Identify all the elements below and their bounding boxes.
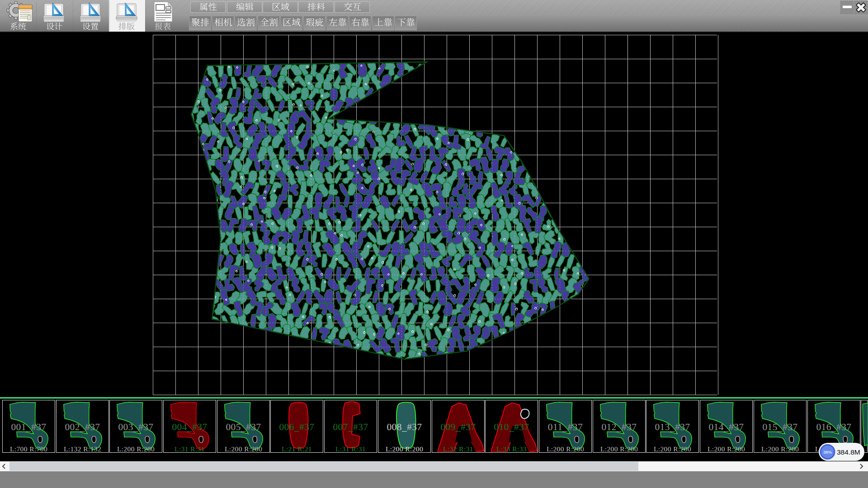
- svg-text:38%: 38%: [823, 450, 832, 455]
- svg-text:384.8M: 384.8M: [837, 448, 860, 456]
